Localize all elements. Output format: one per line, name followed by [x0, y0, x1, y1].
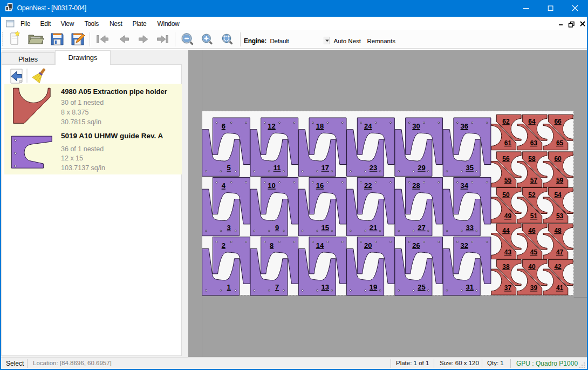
svg-text:61: 61	[504, 139, 512, 147]
svg-text:33: 33	[466, 224, 473, 232]
svg-text:58: 58	[528, 155, 536, 163]
svg-text:6: 6	[222, 122, 225, 130]
svg-text:5: 5	[227, 164, 231, 172]
svg-text:54: 54	[554, 191, 562, 199]
svg-text:53: 53	[556, 212, 564, 220]
svg-text:20: 20	[364, 241, 372, 250]
svg-text:1: 1	[227, 283, 231, 291]
svg-text:39: 39	[530, 284, 538, 292]
svg-text:24: 24	[364, 122, 372, 130]
svg-text:50: 50	[502, 191, 510, 199]
svg-text:8: 8	[270, 241, 274, 250]
svg-text:56: 56	[502, 155, 510, 163]
svg-text:23: 23	[370, 164, 377, 172]
svg-text:38: 38	[502, 263, 510, 271]
svg-text:52: 52	[528, 191, 536, 199]
svg-text:25: 25	[418, 283, 425, 291]
svg-text:13: 13	[322, 283, 329, 291]
svg-text:32: 32	[461, 241, 468, 250]
svg-text:29: 29	[418, 164, 425, 172]
svg-text:10: 10	[268, 181, 275, 190]
svg-text:7: 7	[275, 283, 279, 291]
svg-text:17: 17	[322, 164, 329, 172]
svg-text:4: 4	[222, 181, 226, 190]
svg-text:16: 16	[316, 181, 324, 190]
svg-text:43: 43	[504, 248, 512, 256]
svg-text:28: 28	[412, 181, 420, 190]
svg-text:36: 36	[461, 122, 468, 130]
svg-text:60: 60	[554, 155, 562, 163]
svg-text:49: 49	[504, 212, 512, 220]
svg-text:42: 42	[554, 263, 562, 271]
svg-text:48: 48	[554, 227, 562, 234]
svg-text:27: 27	[418, 224, 425, 232]
svg-text:15: 15	[322, 224, 329, 232]
svg-text:66: 66	[554, 118, 562, 125]
svg-text:26: 26	[412, 241, 420, 250]
svg-text:19: 19	[370, 283, 377, 291]
svg-text:2: 2	[222, 241, 225, 250]
svg-text:14: 14	[316, 241, 324, 250]
svg-text:46: 46	[528, 227, 536, 234]
svg-text:51: 51	[530, 212, 538, 220]
svg-text:21: 21	[370, 224, 377, 232]
svg-text:40: 40	[528, 263, 536, 271]
svg-text:59: 59	[556, 177, 564, 184]
svg-text:55: 55	[504, 177, 512, 184]
svg-text:9: 9	[275, 224, 279, 232]
svg-text:57: 57	[530, 177, 538, 184]
svg-text:18: 18	[316, 122, 324, 130]
svg-text:34: 34	[461, 181, 469, 190]
svg-text:63: 63	[530, 139, 538, 147]
svg-text:22: 22	[364, 181, 372, 190]
svg-text:65: 65	[556, 139, 564, 147]
svg-text:47: 47	[556, 248, 564, 256]
svg-text:45: 45	[530, 248, 538, 256]
svg-text:3: 3	[227, 224, 231, 232]
svg-text:44: 44	[502, 227, 510, 234]
svg-text:64: 64	[528, 118, 536, 125]
svg-text:35: 35	[466, 164, 473, 172]
svg-text:31: 31	[466, 283, 473, 291]
svg-text:12: 12	[268, 122, 275, 130]
svg-text:11: 11	[274, 164, 281, 172]
svg-text:41: 41	[556, 284, 564, 292]
svg-text:62: 62	[502, 118, 510, 125]
svg-text:30: 30	[412, 122, 420, 130]
svg-text:37: 37	[504, 284, 512, 292]
